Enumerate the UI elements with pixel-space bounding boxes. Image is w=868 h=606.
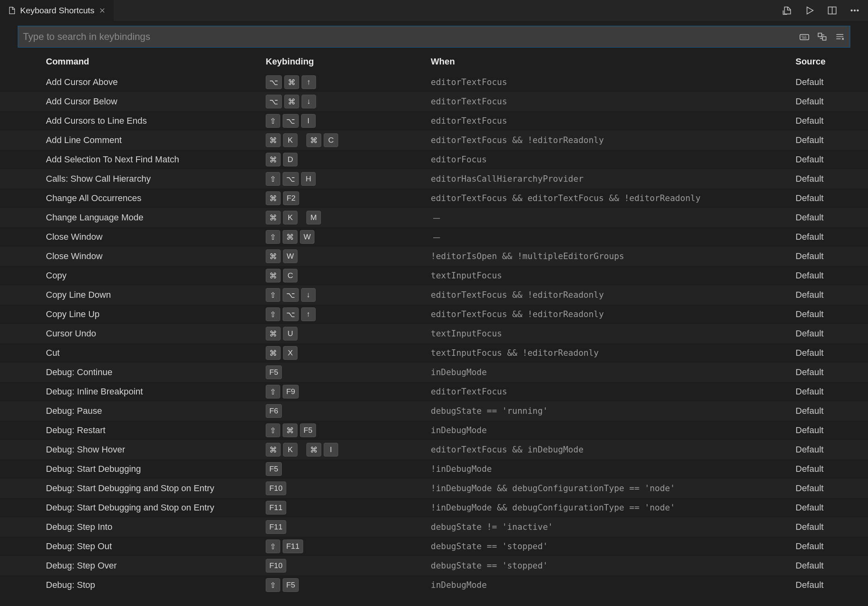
source-cell: Default bbox=[796, 367, 848, 378]
keycap: F11 bbox=[283, 540, 303, 553]
source-cell: Default bbox=[796, 580, 848, 590]
source-cell: Default bbox=[796, 116, 848, 126]
keycap: ⌘ bbox=[266, 153, 281, 166]
svg-rect-6 bbox=[823, 37, 826, 40]
header-when[interactable]: When bbox=[431, 56, 796, 67]
keycap: ↓ bbox=[302, 95, 316, 108]
table-row[interactable]: Debug: Inline Breakpoint⇧F9editorTextFoc… bbox=[0, 382, 868, 401]
table-row[interactable]: Calls: Show Call Hierarchy⇧⌥HeditorHasCa… bbox=[0, 169, 868, 189]
command-cell: Close Window bbox=[20, 232, 266, 242]
keycap: F11 bbox=[266, 520, 286, 534]
keycap: F10 bbox=[266, 559, 286, 573]
clear-icon[interactable] bbox=[835, 31, 845, 42]
table-row[interactable]: Debug: Start DebuggingF5!inDebugModeDefa… bbox=[0, 459, 868, 479]
table-row[interactable]: Debug: Show Hover⌘K⌘IeditorTextFocus && … bbox=[0, 440, 868, 459]
command-cell: Debug: Step Into bbox=[20, 522, 266, 532]
when-cell: textInputFocus && !editorReadonly bbox=[431, 348, 796, 358]
source-cell: Default bbox=[796, 464, 848, 474]
keybinding-cell: ⌘U bbox=[266, 327, 431, 340]
table-row[interactable]: Add Cursor Below⌥⌘↓editorTextFocusDefaul… bbox=[0, 92, 868, 111]
source-cell: Default bbox=[796, 290, 848, 300]
table-row[interactable]: Debug: Step IntoF11debugState != 'inacti… bbox=[0, 517, 868, 537]
keybinding-cell: ⇧F11 bbox=[266, 540, 431, 553]
keycap: ⌘ bbox=[283, 230, 298, 244]
source-cell: Default bbox=[796, 348, 848, 358]
keycap: ⇧ bbox=[266, 288, 280, 302]
command-cell: Debug: Step Out bbox=[20, 541, 266, 552]
table-row[interactable]: Debug: Start Debugging and Stop on Entry… bbox=[0, 479, 868, 498]
table-row[interactable]: Add Line Comment⌘K⌘CeditorTextFocus && !… bbox=[0, 131, 868, 150]
when-cell: inDebugMode bbox=[431, 367, 796, 377]
source-cell: Default bbox=[796, 560, 848, 571]
command-cell: Add Selection To Next Find Match bbox=[20, 154, 266, 165]
header-command[interactable]: Command bbox=[20, 56, 266, 67]
when-cell: !inDebugMode && debugConfigurationType =… bbox=[431, 484, 796, 493]
table-row[interactable]: Debug: Restart⇧⌘F5inDebugModeDefault bbox=[0, 421, 868, 440]
source-cell: Default bbox=[796, 135, 848, 145]
table-row[interactable]: Debug: Step Out⇧F11debugState == 'stoppe… bbox=[0, 537, 868, 556]
keycap: ⇧ bbox=[266, 423, 280, 437]
keybinding-cell: ⇧F5 bbox=[266, 578, 431, 592]
command-cell: Debug: Stop bbox=[20, 580, 266, 590]
table-row[interactable]: Close Window⌘W!editorIsOpen && !multiple… bbox=[0, 247, 868, 266]
table-row[interactable]: Change All Occurrences⌘F2editorTextFocus… bbox=[0, 189, 868, 208]
table-row[interactable]: Cut⌘XtextInputFocus && !editorReadonlyDe… bbox=[0, 343, 868, 363]
record-keys-icon[interactable] bbox=[799, 31, 810, 42]
search-bar bbox=[18, 26, 850, 48]
source-cell: Default bbox=[796, 232, 848, 242]
svg-rect-5 bbox=[818, 33, 822, 37]
when-cell: editorTextFocus && !editorReadonly bbox=[431, 135, 796, 145]
table-row[interactable]: Copy⌘CtextInputFocusDefault bbox=[0, 266, 868, 285]
command-cell: Add Cursor Below bbox=[20, 96, 266, 107]
keycap: ⌘ bbox=[266, 443, 281, 457]
keycap: ⇧ bbox=[266, 540, 280, 553]
keybinding-cell: ⇧⌥↓ bbox=[266, 288, 431, 302]
table-row[interactable]: Debug: Stop⇧F5inDebugModeDefault bbox=[0, 575, 868, 595]
when-cell: inDebugMode bbox=[431, 580, 796, 590]
table-row[interactable]: Debug: ContinueF5inDebugModeDefault bbox=[0, 363, 868, 382]
header-source[interactable]: Source bbox=[796, 56, 848, 67]
when-cell: debugState != 'inactive' bbox=[431, 522, 796, 532]
keycap: H bbox=[301, 172, 316, 186]
sort-icon[interactable] bbox=[817, 31, 827, 42]
command-cell: Change All Occurrences bbox=[20, 193, 266, 203]
table-row[interactable]: Debug: Step OverF10debugState == 'stoppe… bbox=[0, 556, 868, 575]
when-cell: textInputFocus bbox=[431, 271, 796, 280]
keybinding-cell: F10 bbox=[266, 559, 431, 573]
open-file-icon[interactable] bbox=[782, 5, 792, 16]
keycap: ⌘ bbox=[306, 133, 321, 147]
keybinding-cell: ⌘KM bbox=[266, 211, 431, 224]
command-cell: Change Language Mode bbox=[20, 212, 266, 223]
table-row[interactable]: Close Window⇧⌘W—Default bbox=[0, 227, 868, 247]
when-cell: editorHasCallHierarchyProvider bbox=[431, 174, 796, 184]
command-cell: Copy bbox=[20, 270, 266, 281]
svg-point-3 bbox=[857, 10, 858, 11]
table-row[interactable]: Debug: Start Debugging and Stop on Entry… bbox=[0, 498, 868, 517]
more-icon[interactable] bbox=[849, 5, 860, 16]
play-icon[interactable] bbox=[804, 5, 815, 16]
table-row[interactable]: Cursor Undo⌘UtextInputFocusDefault bbox=[0, 324, 868, 343]
table-row[interactable]: Add Selection To Next Find Match⌘Deditor… bbox=[0, 150, 868, 169]
table-row[interactable]: Change Language Mode⌘KM—Default bbox=[0, 208, 868, 227]
split-editor-icon[interactable] bbox=[827, 5, 837, 16]
svg-point-2 bbox=[854, 10, 855, 11]
source-cell: Default bbox=[796, 406, 848, 416]
keycap: U bbox=[283, 327, 298, 340]
close-icon[interactable] bbox=[98, 6, 106, 15]
search-input[interactable] bbox=[23, 31, 799, 42]
table-row[interactable]: Add Cursors to Line Ends⇧⌥IeditorTextFoc… bbox=[0, 111, 868, 131]
table-row[interactable]: Debug: PauseF6debugState == 'running'Def… bbox=[0, 401, 868, 421]
tab-keyboard-shortcuts[interactable]: Keyboard Shortcuts bbox=[0, 0, 114, 21]
keybinding-cell: ⌘K⌘C bbox=[266, 133, 431, 147]
keycap: ↑ bbox=[301, 307, 316, 321]
command-cell: Close Window bbox=[20, 251, 266, 261]
table-row[interactable]: Add Cursor Above⌥⌘↑editorTextFocusDefaul… bbox=[0, 73, 868, 92]
keycap: ⇧ bbox=[266, 307, 280, 321]
keycap: ⌘ bbox=[284, 75, 299, 89]
source-cell: Default bbox=[796, 425, 848, 436]
source-cell: Default bbox=[796, 541, 848, 552]
header-keybinding[interactable]: Keybinding bbox=[266, 56, 431, 67]
table-row[interactable]: Copy Line Down⇧⌥↓editorTextFocus && !edi… bbox=[0, 285, 868, 305]
when-cell: editorTextFocus && !editorReadonly bbox=[431, 290, 796, 300]
table-row[interactable]: Copy Line Up⇧⌥↑editorTextFocus && !edito… bbox=[0, 305, 868, 324]
